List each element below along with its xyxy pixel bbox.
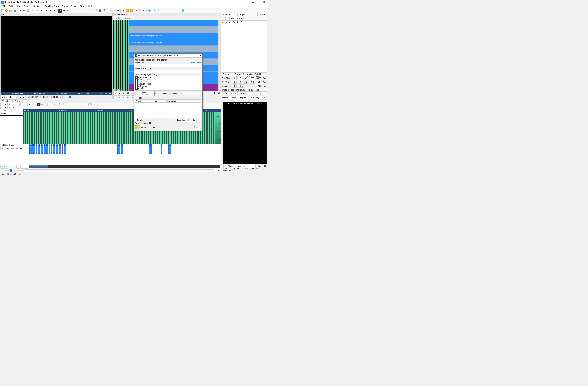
tl-sub-block[interactable]: 0 [64,144,66,154]
lang-checkbox[interactable] [135,85,138,87]
tl-s-icon[interactable]: S [44,103,48,106]
lang-checkbox[interactable] [135,76,138,79]
rtl-label[interactable]: RTL [230,17,235,20]
subtitle-row[interactable] [129,20,218,26]
lang-item[interactable]: Adygei [ady] [135,85,201,87]
lang-checkbox[interactable] [135,83,138,85]
menu-file[interactable]: File [1,5,7,8]
marker-icon[interactable]: 📍 [138,9,142,13]
details-button[interactable]: Details... [135,118,147,122]
tl-sub-block[interactable]: 00:The [44,144,48,154]
close-dialog-button[interactable]: Close [192,126,201,129]
languages-list[interactable]: Abkhazian [abk] Achinese [ace] Acoli [ac… [135,76,201,91]
tl-loop-icon[interactable]: ↻ [8,106,11,110]
menu-tools[interactable]: Tools [79,5,87,8]
tl-cursor-icon[interactable]: ↖ [0,103,4,106]
open-icon[interactable] [9,9,13,13]
waveform-column[interactable]: 00:00:21.666 [113,20,129,91]
tl-sub-block[interactable]: 0 [38,144,40,154]
tab-history[interactable]: History [257,13,267,17]
style-edit-icon[interactable]: ✎ [263,96,266,99]
undo-icon[interactable]: ↶ [31,9,34,13]
lang-item[interactable]: Afrihili [afh] [135,89,201,91]
add-sub-icon[interactable]: + [222,92,225,95]
tl-dropdown-icon[interactable]: ▾ [85,103,89,106]
tl-sub-block-selected[interactable]: 0 [62,144,63,154]
save-icon[interactable] [13,9,17,13]
tl-bracket-r-icon[interactable]: ] [24,103,28,106]
menu-view[interactable]: View [14,5,22,8]
nav-first-icon[interactable]: ⏮ [118,95,121,99]
subtitle-text-field[interactable] [221,88,267,91]
tl-sub-block[interactable]: 00 [117,144,120,154]
tl-plus-icon[interactable]: + [8,103,11,106]
back-button[interactable]: ◀ [18,95,22,99]
tab-properties[interactable]: Properties [221,72,234,76]
tl-mark-icon[interactable]: ⚐ [53,103,56,106]
play2-button[interactable]: ▶ [22,95,26,99]
font-select[interactable]: Tahoma [238,92,261,95]
tl-play-icon[interactable]: ▶ [0,106,4,110]
rewind-button[interactable]: ⏮ [14,95,18,99]
end-h[interactable] [233,81,237,84]
vol-button[interactable]: 🔊 [59,95,63,99]
tl-zoomout-icon[interactable]: 🔍 [62,103,65,106]
tl-brace-l-icon[interactable]: { [28,103,31,106]
mute-button[interactable]: 🔇 [55,95,59,99]
menu-edit[interactable]: Edit [7,5,14,8]
end-s[interactable] [245,81,248,84]
panel2-icon[interactable]: ▭ [112,9,116,13]
start-h[interactable] [233,77,237,80]
end-ms[interactable] [250,81,255,84]
pause-button[interactable]: ⏸ [9,95,12,99]
sb-loop-icon[interactable]: ↻ [122,91,126,95]
col-language[interactable]: Language [167,100,201,102]
stop-button[interactable]: ■ [5,95,8,99]
user-icon[interactable]: 👤 [98,9,102,13]
sb-play-icon[interactable]: ▶ [113,91,117,95]
track-checkbox[interactable]: ✓ [222,21,224,23]
tl-globe-icon[interactable]: 🌐 [89,103,92,106]
tl-bars-icon[interactable]: ▥ [40,103,44,106]
h-scrollbar[interactable] [25,169,214,172]
dur-v[interactable] [233,85,237,88]
zoom-slider[interactable] [4,170,24,171]
subtitle-row[interactable]: These are test texts for snapsots purose… [129,33,218,39]
col-name[interactable]: Name [135,100,154,102]
tl-sub-block[interactable]: 0 [36,144,37,154]
media-video[interactable] [0,16,112,92]
tl-b1-icon[interactable]: ▭ [17,165,20,168]
del-track-icon[interactable]: ✕ [226,17,229,20]
tracks-list[interactable]: ✓ ImportedTrack1_0 [221,20,267,72]
copy-icon[interactable]: ⧉ [22,9,26,13]
lang-item[interactable]: Abkhazian [abk] [135,76,201,79]
movie-name-input[interactable] [183,92,201,95]
menu-help[interactable]: Help [87,5,95,8]
dialog-titlebar[interactable]: OS Download subtitles from OpenSubtitles… [134,54,202,58]
refresh-icon[interactable]: ↻ [116,9,120,13]
subtitle-row[interactable] [129,26,218,33]
tl-sub-block[interactable]: 00 [41,144,43,154]
tab-multi-viewer[interactable]: Multiple Subtitle Tracks Viewer [245,72,267,76]
volume-slider[interactable] [64,97,111,97]
nav-prev-icon[interactable]: ◀ [122,95,126,99]
tl-stop-icon[interactable]: ■ [4,106,8,110]
lang-checkbox[interactable] [135,89,138,91]
tab-errors[interactable]: Errors [12,99,22,103]
menu-subtitles-track[interactable]: Subtitles Track [43,5,61,8]
start-m[interactable] [239,77,242,80]
dialog-close-icon[interactable]: ✕ [200,54,202,57]
new-icon[interactable] [0,9,4,13]
subtitle-row[interactable] [129,46,218,52]
zoom-out-icon[interactable]: 🔍 [157,9,161,13]
tl-rec-icon[interactable]: ● [12,106,15,110]
tool5-icon[interactable]: ⚙ [62,9,66,13]
tl-sub-block[interactable]: 00 [168,144,171,154]
maximize-button[interactable]: ☐ [256,0,261,4]
flag-icon[interactable]: ⚑ [142,9,146,13]
lang-checkbox[interactable] [135,87,138,89]
sub-scrollbar[interactable] [218,20,221,91]
default-style[interactable]: Default [Tahoma, 8, Regular, Color [Whit… [222,96,262,99]
col-size[interactable]: Size [154,100,167,102]
lang-item[interactable]: Acoli [ach] [135,81,201,83]
